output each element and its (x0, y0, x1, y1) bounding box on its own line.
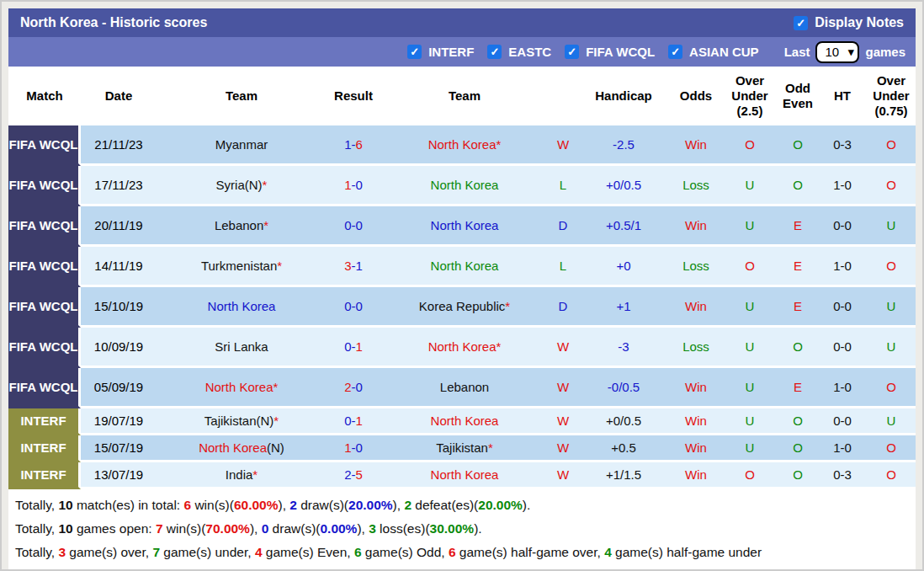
text-segment: 4 (255, 545, 263, 559)
text-segment: 0-0 (344, 218, 363, 232)
text-segment: North Korea (208, 299, 276, 313)
cell-half-time: 0-0 (818, 408, 867, 435)
cell-home-team: Lebanon* (157, 206, 327, 247)
text-segment: ), (393, 498, 405, 512)
text-segment: 3 (369, 521, 376, 536)
cell-odds: Win (670, 206, 722, 247)
cell-half-time: 1-0 (818, 247, 867, 287)
games-label: games (865, 45, 905, 59)
results-tbody: FIFA WCQL21/11/23Myanmar1-6North Korea*W… (8, 125, 916, 489)
cell-result: 1-0 (327, 435, 380, 462)
text-segment: 2 (289, 498, 297, 512)
cell-home-team: North Korea* (157, 368, 327, 408)
cell-home-team: Myanmar (157, 125, 327, 166)
competition-label: INTERF (8, 435, 81, 462)
filter-list: INTERFEASTCFIFA WCQLASIAN CUP (407, 45, 758, 59)
text-segment: 2- (344, 467, 355, 482)
text-segment: 6 (356, 137, 363, 152)
text-segment: Lebanon (440, 380, 489, 394)
col-header-wld (549, 67, 577, 125)
summary-line-over-under: Totally, 3 game(s) over, 7 game(s) under… (15, 541, 909, 564)
text-segment: Turkmenistan (201, 259, 277, 273)
cell-odds: Win (670, 462, 722, 489)
col-header-away-team: Team (380, 67, 549, 125)
last-games-select[interactable]: 10 (815, 41, 859, 63)
cell-wld: L (549, 247, 577, 287)
competition-label: INTERF (8, 462, 81, 489)
cell-away-team: Lebanon (380, 368, 549, 408)
cell-half-time: 1-0 (818, 166, 867, 206)
cell-result: 3-1 (327, 247, 380, 287)
cell-odds: Loss (670, 247, 722, 287)
competition-label: FIFA WCQL (8, 287, 81, 328)
cell-home-team: North Korea(N) (157, 435, 327, 462)
display-notes-checkbox-icon[interactable] (794, 16, 808, 30)
cell-odds: Loss (670, 328, 722, 368)
competition-label: FIFA WCQL (8, 247, 81, 287)
cell-away-team: North Korea (380, 206, 549, 247)
title-bar: North Korea - Historic scores Display No… (8, 8, 916, 37)
filter-label: FIFA WCQL (586, 45, 655, 59)
cell-over-under-075: O (867, 462, 916, 489)
cell-date: 14/11/19 (81, 247, 157, 287)
cell-half-time: 1-0 (818, 435, 867, 462)
cell-result: 1-6 (327, 125, 380, 166)
cell-over-under-075: U (867, 206, 916, 247)
text-segment: -0 (352, 178, 363, 192)
cell-wld: W (549, 435, 577, 462)
text-segment: loss(es)( (376, 521, 430, 536)
competition-label: FIFA WCQL (8, 328, 81, 368)
checkbox-icon[interactable] (487, 45, 502, 59)
filter-eastc: EASTC (487, 45, 551, 59)
cell-result: 0-1 (327, 408, 380, 435)
text-segment: Korea Republic (419, 299, 506, 313)
text-segment: games open: (73, 521, 156, 536)
text-segment: 6 (183, 498, 191, 512)
checkbox-icon[interactable] (565, 45, 579, 59)
checkbox-icon[interactable] (668, 45, 682, 59)
text-segment: * (505, 299, 510, 313)
text-segment: 1 (344, 178, 351, 192)
cell-over-under-25: U (722, 328, 778, 368)
text-segment: * (263, 218, 268, 232)
text-segment: North Korea (431, 178, 499, 192)
cell-half-time: 0-3 (818, 462, 867, 489)
cell-odd-even: O (778, 408, 818, 435)
col-header-over-under-075: Over Under (0.75) (867, 67, 916, 125)
col-header-over-under-25: Over Under (2.5) (722, 67, 778, 125)
text-segment: 0-0 (344, 299, 363, 313)
cell-over-under-25: O (722, 247, 778, 287)
cell-wld: D (549, 287, 577, 328)
cell-odd-even: E (778, 287, 818, 328)
cell-handicap: -2.5 (577, 125, 670, 166)
checkbox-icon[interactable] (407, 45, 422, 59)
text-segment: 7 (152, 545, 160, 559)
text-segment: * (273, 414, 279, 428)
text-segment: * (277, 259, 282, 273)
text-segment: 10 (58, 521, 72, 536)
text-segment: ). (523, 498, 530, 512)
cell-over-under-25: U (722, 435, 778, 462)
cell-over-under-075: O (867, 125, 916, 166)
cell-away-team: Tajikistan* (380, 435, 549, 462)
cell-wld: W (549, 328, 577, 368)
cell-wld: W (549, 408, 577, 435)
text-segment: Totally, (15, 498, 58, 512)
cell-date: 15/10/19 (81, 287, 157, 328)
table-header: Match Date Team Result Team Handicap Odd… (8, 67, 916, 125)
cell-date: 05/09/19 (81, 368, 157, 408)
competition-label: FIFA WCQL (8, 125, 81, 166)
cell-half-time: 1-0 (818, 368, 867, 408)
cell-home-team: India* (157, 462, 327, 489)
text-segment: 0- (344, 414, 355, 428)
col-header-result: Result (327, 67, 380, 125)
cell-away-team: North Korea (380, 166, 549, 206)
cell-odd-even: O (778, 328, 818, 368)
match-row: INTERF13/07/19India*2-5North KoreaW+1/1.… (8, 462, 916, 489)
cell-wld: W (549, 462, 577, 489)
cell-odds: Loss (670, 166, 722, 206)
text-segment: win(s)( (191, 498, 234, 512)
cell-over-under-25: U (722, 206, 778, 247)
match-row: FIFA WCQL21/11/23Myanmar1-6North Korea*W… (8, 125, 916, 166)
match-row: INTERF19/07/19Tajikistan(N)*0-1North Kor… (8, 408, 916, 435)
